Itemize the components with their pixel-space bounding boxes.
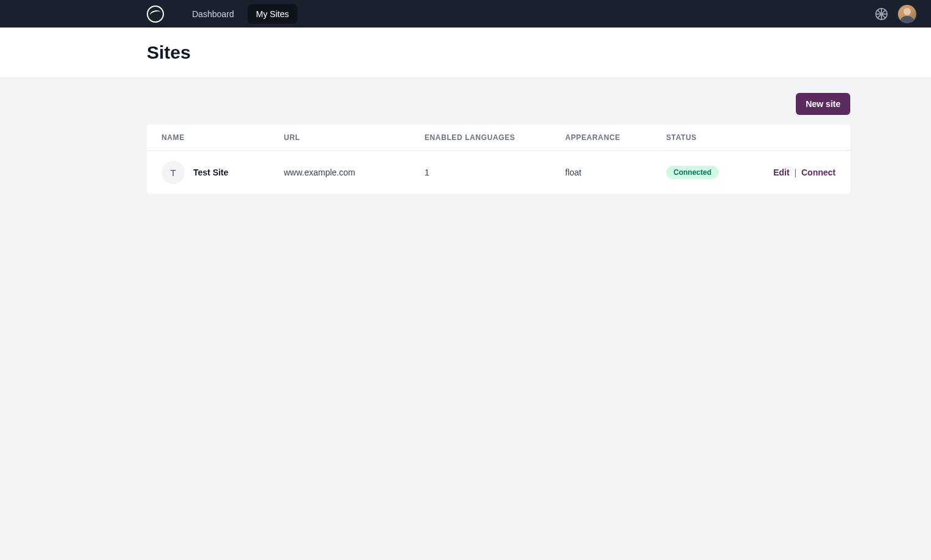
th-status: STATUS (666, 133, 770, 142)
site-appearance: float (565, 168, 666, 177)
site-url: www.example.com (284, 168, 425, 177)
table-row: T Test Site www.example.com 1 float Conn… (147, 151, 850, 194)
page-header: Sites (0, 28, 931, 78)
status-badge: Connected (666, 166, 719, 179)
help-icon[interactable] (875, 7, 888, 21)
logo-icon[interactable] (147, 6, 164, 23)
new-site-button[interactable]: New site (796, 93, 850, 115)
nav-dashboard[interactable]: Dashboard (184, 4, 243, 24)
topbar: Dashboard My Sites (0, 0, 931, 28)
th-enabled-languages: ENABLED LANGUAGES (425, 133, 565, 142)
edit-link[interactable]: Edit (773, 168, 789, 177)
page-title: Sites (147, 42, 836, 63)
th-appearance: APPEARANCE (565, 133, 666, 142)
th-url: URL (284, 133, 425, 142)
connect-link[interactable]: Connect (801, 168, 836, 177)
action-separator: | (794, 168, 796, 177)
new-site-wrap: New site (147, 93, 850, 115)
site-avatar: T (161, 161, 185, 184)
nav-items: Dashboard My Sites (184, 4, 297, 24)
table-header: NAME URL ENABLED LANGUAGES APPEARANCE ST… (147, 125, 850, 151)
user-avatar[interactable] (898, 5, 916, 23)
site-enabled-languages: 1 (425, 168, 565, 177)
name-cell: T Test Site (161, 161, 284, 184)
nav-my-sites[interactable]: My Sites (248, 4, 298, 24)
th-name: NAME (161, 133, 284, 142)
th-actions (770, 133, 836, 142)
sites-table: NAME URL ENABLED LANGUAGES APPEARANCE ST… (147, 125, 850, 194)
actions-cell: Edit | Connect (770, 168, 836, 177)
content: New site NAME URL ENABLED LANGUAGES APPE… (147, 78, 850, 194)
topbar-left: Dashboard My Sites (15, 4, 297, 24)
site-name: Test Site (193, 168, 228, 177)
topbar-right (875, 5, 916, 23)
site-status-cell: Connected (666, 166, 770, 179)
